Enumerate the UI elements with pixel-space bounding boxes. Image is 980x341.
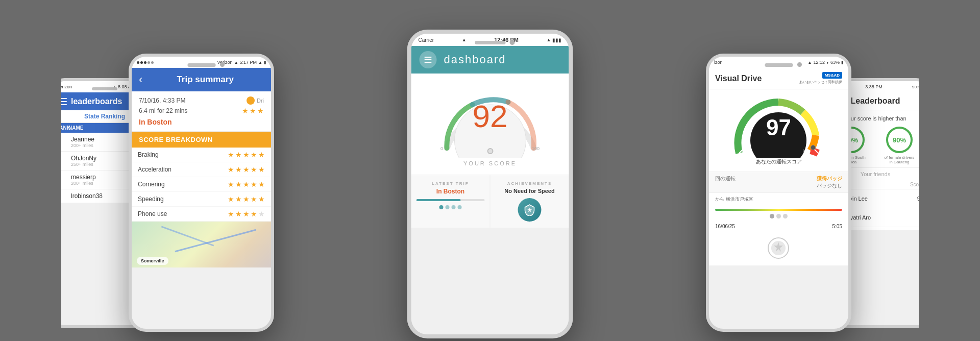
acceleration-stars: ★★★★★ [228, 165, 265, 174]
ph4-dot-1 [770, 214, 774, 218]
phone4-award-section [709, 231, 848, 265]
lb-miles-2: 250+ miles [71, 162, 133, 167]
gauge-score: 92 [473, 101, 508, 132]
phone2-trip-date-row: 7/10/16, 4:33 PM Dri [139, 96, 264, 105]
phone4-gauge-section: 97 100 あなたの運転スコア [709, 89, 848, 172]
breakdown-acceleration: Acceleration ★★★★★ [132, 162, 271, 177]
lb-miles-1: 200+ miles [71, 143, 133, 148]
phone5-time: 3:38 PM [865, 84, 883, 89]
map-background: Somerville [132, 222, 271, 267]
phone4-trip-info: 回の運転 獲得バッジ バッジなし [709, 172, 848, 192]
phone4-time-display: 5:05 [832, 224, 842, 229]
lb-rank-3: 3 [56, 174, 71, 181]
breakdown-phone-use: Phone use ★★★★★ [132, 207, 271, 222]
breakdown-cornering: Cornering ★★★★★ [132, 177, 271, 192]
speeding-stars: ★★★★★ [228, 195, 265, 203]
phone2-title: Trip summary [146, 75, 264, 85]
badge-earned: 獲得バッジ バッジなし [817, 175, 842, 189]
phone3-bottom-cards: LATEST TRIP In Boston ACHIEVEMENTS No Ne… [411, 175, 569, 228]
phone2-map: Somerville [132, 222, 271, 267]
gauge-97-score: 97 [766, 115, 791, 140]
award-svg [765, 234, 793, 262]
hamburger-icon[interactable] [58, 98, 67, 105]
breakdown-braking: Braking ★★★★★ [132, 148, 271, 162]
msad-badge-area: MS&AD あいおいニッセイ同和損保 [799, 72, 842, 85]
phone4-progress-bar [715, 209, 842, 211]
gauge-info-icon[interactable] [487, 148, 493, 154]
map-road-1 [175, 229, 256, 252]
phone2-status-dots [137, 61, 154, 64]
phone4-time: 12:12 [813, 60, 825, 65]
achievements-card: ACHIEVEMENTS No Need for Speed ★ [491, 175, 569, 228]
achievements-title: ACHIEVEMENTS [496, 181, 564, 186]
star-1: ★ [242, 107, 249, 115]
phone3-wifi-icon: ▲ [462, 37, 467, 42]
gauge-container: 92 0 100 [436, 82, 544, 158]
back-arrow-icon[interactable]: ‹ [139, 73, 142, 86]
latest-trip-location: In Boston [416, 188, 485, 195]
award-badge-icon [765, 234, 793, 262]
friend-name-1: Kevin Lee [843, 196, 917, 202]
phone4-dots [715, 214, 842, 218]
phone2-location: In Boston [139, 118, 264, 126]
cornering-stars: ★★★★★ [228, 180, 265, 188]
phone4-carrier: izon [714, 60, 723, 65]
phone5-battery-icon: ▮ [921, 85, 923, 89]
ph4-dot-3 [783, 214, 788, 218]
friend-score-1: 95 [917, 196, 923, 202]
phone3-carrier: Carrier [419, 37, 434, 43]
cornering-label: Cornering [138, 181, 165, 188]
acceleration-label: Acceleration [138, 166, 172, 173]
phone2-distance-row: 6.4 mi for 22 mins ★ ★ ★ [139, 107, 264, 115]
dashboard-title: dashboard [444, 53, 506, 66]
phone-4-visual-drive: izon ▲ 12:12 ⬧ 63% ▮ Visual Drive MS&AD … [706, 54, 851, 332]
star-3: ★ [257, 107, 264, 115]
gauge-info-icon-4[interactable] [811, 145, 816, 150]
phone4-bluetooth-icon: ⬧ [826, 60, 829, 65]
msad-sub: あいおいニッセイ同和損保 [799, 80, 842, 85]
latest-trip-title: LATEST TRIP [416, 181, 485, 186]
your-score-label: YOUR SCORE [463, 160, 517, 166]
friends-col-score: Score [910, 182, 923, 187]
lb-rank-4: 4 [56, 192, 71, 200]
phone2-drive-label: Dri [247, 96, 264, 105]
phone3-battery-area: ▲ ▮▮▮ [547, 37, 562, 43]
trip-count: 回の運転 [715, 175, 736, 189]
phone5-battery-area: 90% ▮ [912, 85, 923, 89]
phone4-date: 16/06/25 [715, 224, 735, 229]
menu-circle-icon[interactable] [420, 51, 437, 68]
circle-percent-2: 90% [893, 136, 906, 144]
phone1-carrier: Verizon [57, 84, 72, 89]
phone2-arrow-icon: ▲ [258, 60, 262, 65]
svg-text:★: ★ [527, 207, 532, 213]
circle-label-2: of female drivers in Gauteng [884, 155, 915, 164]
phone2-stars: ★ ★ ★ [242, 107, 264, 115]
phone2-wifi-icon: ▲ [234, 60, 238, 65]
phone2-distance: 6.4 mi for 22 mins [139, 107, 187, 114]
phone-use-stars: ★★★★★ [228, 210, 265, 218]
latest-trip-progress [416, 199, 485, 201]
phone4-from-label: から 横浜市戸塚区 [715, 196, 842, 203]
phone2-breakdown-items: Braking ★★★★★ Acceleration ★★★★★ Corneri… [132, 148, 271, 222]
phone2-battery-icon: ▮ [264, 60, 266, 65]
phone4-battery-icon: ▮ [841, 60, 843, 65]
badge-value: バッジなし [817, 182, 842, 189]
lb-name-2: OhJonNy [71, 155, 133, 162]
phone1-col-rank: RANK [56, 125, 68, 131]
phone2-drive-text: Dri [257, 98, 264, 104]
phone3-gauge-section: 92 0 100 YOUR SCORE [411, 74, 569, 175]
lb-name-1: Jeannee [71, 136, 133, 143]
lb-rank-1: 1 [56, 136, 71, 143]
japanese-score-label: あなたの運転スコア [756, 158, 802, 165]
phone4-status-right: ▲ 12:12 ⬧ 63% ▮ [808, 60, 843, 65]
empty-star: ★ [258, 210, 265, 218]
phone1-col-name: NAME [68, 125, 136, 131]
friend-name-2: Gayatri Aro [843, 214, 923, 221]
shield-award-icon: ★ [524, 204, 536, 216]
trip-count-label: 回の運転 [715, 175, 736, 182]
phone2-header: ‹ Trip summary [132, 68, 271, 91]
gauge-max: 100 [532, 146, 540, 151]
lb-name-col-2: OhJonNy 250+ miles [71, 155, 133, 167]
gauge-97-max: 100 [803, 149, 810, 153]
phone3-status-center: ▲ [462, 37, 467, 42]
